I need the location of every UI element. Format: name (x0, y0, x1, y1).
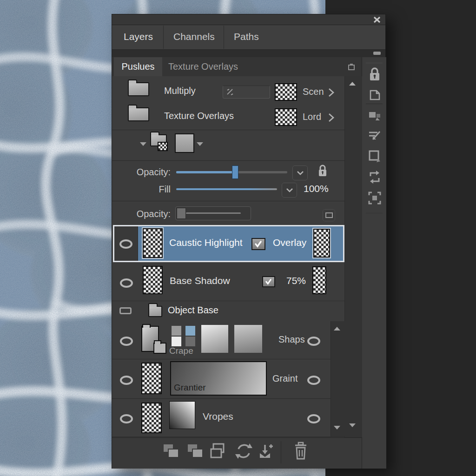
chevron-right-icon[interactable] (328, 87, 335, 98)
folder-icon[interactable] (128, 107, 149, 121)
layer-thumbnail[interactable] (141, 403, 162, 433)
swatch[interactable] (172, 326, 181, 336)
layer-row[interactable]: Base Shadow 75% (112, 263, 344, 301)
layer-mask-thumbnail[interactable] (313, 229, 330, 258)
gradient-thumb[interactable] (169, 401, 195, 429)
gradient-bar-thumb[interactable]: Grantier (170, 361, 267, 396)
layer-row[interactable]: Crape Shaps (112, 321, 331, 359)
eye-icon[interactable] (120, 414, 133, 423)
opacity2-button[interactable] (323, 209, 335, 221)
layer-checkbox[interactable] (251, 238, 265, 250)
layer-row-selected[interactable]: Caustic Highlight Overlay (113, 225, 344, 262)
scroll-down-icon[interactable] (349, 423, 356, 427)
minimize-icon[interactable] (373, 52, 381, 55)
sublist-scroll-up-icon[interactable] (334, 327, 340, 331)
eye-icon[interactable] (307, 414, 320, 423)
dropdown-arrow-icon[interactable] (197, 142, 203, 146)
visibility-box-icon[interactable] (119, 307, 132, 314)
duplicate-layer-icon[interactable] (186, 443, 204, 460)
layer-name[interactable]: Caustic Highlight (169, 237, 243, 248)
gradient-thumb[interactable] (234, 325, 262, 353)
layer-blend-mode[interactable]: Overlay (273, 237, 306, 248)
swatch[interactable] (185, 337, 195, 346)
sublist-scrollbar[interactable] (331, 321, 345, 436)
panel-scrollbar[interactable] (344, 76, 362, 437)
trash-icon[interactable] (292, 441, 309, 462)
tab-paths[interactable]: Paths (234, 31, 259, 42)
visibility-cell[interactable] (114, 226, 138, 261)
opacity-dropdown-button[interactable] (292, 165, 308, 180)
tab-separator (224, 26, 224, 49)
eye-icon[interactable] (120, 376, 133, 385)
clip-group-icon[interactable] (141, 324, 168, 356)
refresh-icon[interactable] (234, 442, 254, 461)
group-row[interactable]: Object Base (112, 301, 344, 322)
layer-mask-thumbnail[interactable] (312, 266, 326, 294)
fill-value: 100% (304, 183, 329, 194)
layer-tag: Graint (272, 373, 298, 384)
layer-name[interactable]: Base Shadow (170, 275, 230, 286)
blend-glyph-icon (226, 88, 234, 96)
layers-panel: Layers Channels Paths Puslues Texture Ov… (112, 14, 386, 469)
side-toolbar-divider (366, 63, 383, 63)
group-tag: Lord (303, 112, 321, 122)
panel-titlebar[interactable] (112, 14, 385, 25)
layer-thumbnail[interactable] (141, 363, 162, 394)
fill-slider[interactable] (176, 188, 277, 190)
doc-tab-active[interactable]: Puslues (114, 57, 162, 76)
group-name[interactable]: Multiply (164, 86, 196, 96)
doc-tab-inactive[interactable]: Texture Overlays (162, 57, 244, 76)
expand-arrow-icon[interactable] (140, 142, 146, 146)
close-icon[interactable] (372, 16, 382, 24)
opacity-slider-handle[interactable] (232, 165, 238, 179)
lock-tool-icon[interactable] (367, 66, 382, 82)
group-thumbnail[interactable] (275, 108, 297, 126)
layer-row[interactable]: Grantier Graint (112, 359, 331, 398)
eye-icon[interactable] (119, 239, 132, 249)
layer-thumbnail[interactable] (143, 266, 163, 294)
import-layer-icon[interactable] (258, 441, 277, 461)
layer-name[interactable]: Vropes (203, 411, 233, 422)
eye-icon[interactable] (307, 376, 320, 385)
chevron-right-icon[interactable] (328, 112, 335, 123)
fill-label: Fill (126, 184, 171, 195)
copy-layer-icon[interactable] (210, 442, 228, 461)
sublist-scroll-down-icon[interactable] (334, 426, 340, 430)
group-name[interactable]: Texture Overlays (164, 111, 234, 121)
rect-glyph (325, 212, 333, 218)
fill-dropdown-button[interactable] (282, 183, 297, 198)
layer-checkbox[interactable] (262, 276, 275, 287)
eye-icon[interactable] (307, 337, 320, 346)
crop-tool-icon[interactable] (367, 149, 382, 164)
divider (112, 436, 344, 437)
folder-icon[interactable] (128, 82, 149, 96)
gradient-thumb[interactable] (201, 325, 228, 353)
scroll-up-icon[interactable] (349, 82, 356, 86)
opacity2-handle[interactable] (177, 208, 186, 219)
group-name[interactable]: Object Base (168, 305, 218, 316)
opacity2-slider[interactable] (175, 206, 251, 220)
swatch[interactable] (185, 326, 195, 336)
swatch-square[interactable] (175, 133, 194, 153)
divider (112, 130, 344, 130)
blend-input[interactable] (223, 86, 270, 99)
tab-channels[interactable]: Channels (173, 31, 215, 42)
group-thumbnail[interactable] (275, 83, 297, 101)
group-tool-icon[interactable] (367, 108, 382, 123)
tab-layers[interactable]: Layers (124, 31, 153, 42)
transform-tool-icon[interactable] (367, 170, 382, 185)
swatch[interactable] (172, 337, 181, 346)
mini-checker-thumb[interactable] (158, 142, 168, 151)
focus-tool-icon[interactable] (367, 191, 382, 205)
eye-icon[interactable] (120, 337, 133, 346)
duplicate-layer-icon[interactable] (162, 443, 180, 460)
layer-row[interactable]: Vropes (112, 399, 331, 436)
layer-thumbnail[interactable] (143, 228, 163, 258)
eye-icon[interactable] (120, 278, 133, 288)
layer-name[interactable]: Crape (169, 346, 193, 356)
panel-menu-icon[interactable] (347, 63, 356, 71)
lock-icon[interactable] (317, 164, 328, 178)
opacity-slider-fill (176, 171, 233, 173)
paste-tool-icon[interactable] (367, 87, 382, 102)
edit-lines-tool-icon[interactable] (367, 129, 382, 144)
